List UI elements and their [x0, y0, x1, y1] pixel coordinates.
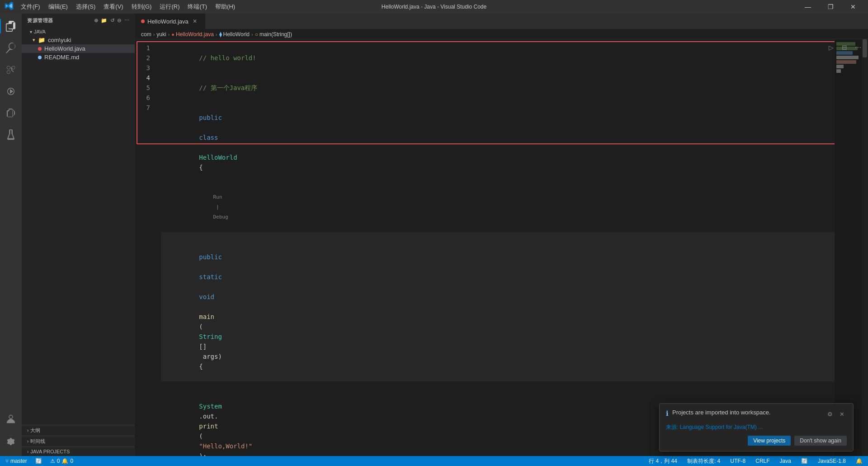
sync-status[interactable]: 🔄: [33, 458, 44, 464]
language-status[interactable]: Java: [778, 458, 793, 464]
ws-2: [199, 144, 203, 151]
class-name: HelloWorld: [199, 154, 237, 161]
dont-show-again-button[interactable]: Don't show again: [794, 436, 847, 446]
breadcrumb-class[interactable]: ⧫ HelloWorld: [219, 31, 250, 38]
code-line-3: public class HelloWorld {: [161, 103, 835, 182]
menu-select[interactable]: 选择(S): [72, 2, 99, 12]
breadcrumb-method[interactable]: ○ main(String[]): [255, 31, 292, 38]
explorer-activity-icon[interactable]: [0, 15, 22, 37]
breadcrumb-file[interactable]: ● HelloWorld.java: [171, 31, 213, 38]
editor-content[interactable]: 1 2 3 4 5 6 7 // hello world! // 第一个Java…: [135, 39, 868, 456]
helloworld-java-item[interactable]: HelloWorld.java: [22, 44, 135, 53]
editor-toolbar: ▷ ⊟ ⋯: [821, 39, 868, 56]
maximize-button[interactable]: ❐: [820, 0, 841, 14]
breadcrumb-class-label: HelloWorld: [223, 31, 250, 38]
java-projects-section[interactable]: › JAVA PROJECTS: [22, 447, 135, 456]
tab-error-dot: [141, 19, 145, 23]
view-projects-button[interactable]: View projects: [748, 436, 791, 446]
breadcrumb-sep-1: ›: [153, 32, 155, 37]
menu-goto[interactable]: 转到(G): [128, 2, 156, 12]
readme-item[interactable]: README.md: [22, 53, 135, 62]
line-numbers: 1 2 3 4 5 6 7: [135, 39, 157, 456]
run-toolbar-button[interactable]: ▷: [825, 41, 837, 54]
com-yuki-folder-item[interactable]: ▾ 📁 com\yuki: [22, 36, 135, 44]
extensions-activity-icon[interactable]: [0, 102, 22, 124]
tab-close-button[interactable]: ✕: [191, 18, 198, 25]
test-activity-icon[interactable]: [0, 124, 22, 146]
new-folder-icon[interactable]: 📁: [101, 18, 108, 24]
system-class: System: [199, 403, 222, 410]
git-branch-name: master: [10, 458, 27, 464]
menu-run[interactable]: 运行(R): [156, 2, 183, 12]
refresh-icon[interactable]: ↺: [110, 18, 115, 24]
breadcrumb-sep-3: ›: [216, 32, 217, 37]
notification-close-button[interactable]: ✕: [837, 409, 847, 419]
editor-area: HelloWorld.java ✕ com › yuki › ● HelloWo…: [135, 14, 868, 456]
encoding-status[interactable]: UTF-8: [728, 458, 747, 464]
string-literal: "Hello,World!": [199, 442, 252, 450]
java-version-status[interactable]: JavaSE-1.8: [816, 458, 848, 464]
outline-section[interactable]: › 大纲: [22, 425, 135, 436]
source-control-activity-icon[interactable]: [0, 59, 22, 81]
notification-source-link[interactable]: Language Support for Java(TM) ...: [680, 424, 763, 430]
kw-public: public: [199, 114, 222, 121]
java-chevron: ▾: [30, 29, 32, 34]
cursor-position-label: 行 4，列 44: [649, 457, 677, 465]
helloworld-tab[interactable]: HelloWorld.java ✕: [135, 14, 205, 29]
status-bar-right: 行 4，列 44 制表符长度: 4 UTF-8 CRLF Java 🔄 Java…: [647, 457, 864, 465]
breadcrumb-com[interactable]: com: [141, 31, 151, 38]
notification-settings-button[interactable]: ⚙: [825, 409, 835, 419]
type-string: String: [199, 333, 222, 340]
folder-icon: 📁: [38, 37, 45, 43]
account-activity-icon[interactable]: [0, 408, 22, 430]
breadcrumb-sep-4: ›: [251, 32, 253, 37]
line-ending-status[interactable]: CRLF: [754, 458, 771, 464]
error-indicator: [38, 47, 42, 51]
debug-codelens[interactable]: Debug: [213, 214, 228, 220]
line-num-4: 4: [135, 73, 150, 83]
settings-activity-icon[interactable]: [0, 431, 22, 452]
code-editor[interactable]: // hello world! // 第一个Java程序 public clas…: [157, 39, 835, 456]
menu-edit[interactable]: 编辑(E): [45, 2, 71, 12]
minimize-button[interactable]: —: [797, 0, 818, 14]
notification-source-label: 来源:: [666, 424, 680, 430]
search-activity-icon[interactable]: [0, 37, 22, 59]
tabs-bar: HelloWorld.java ✕: [135, 14, 868, 29]
more-actions-button[interactable]: ⋯: [852, 41, 864, 54]
split-editor-button[interactable]: ⊟: [838, 41, 851, 54]
git-branch-icon: ⑂: [5, 458, 9, 464]
java-section-label: JAVA: [34, 29, 46, 34]
comment-1: // hello world!: [199, 54, 256, 62]
run-codelens[interactable]: Run: [213, 194, 222, 200]
refresh-status[interactable]: 🔄: [799, 458, 810, 464]
menu-file[interactable]: 文件(F): [17, 2, 44, 12]
tab-size-status[interactable]: 制表符长度: 4: [685, 457, 722, 465]
breadcrumb-yuki-label: yuki: [156, 31, 166, 38]
breadcrumb-class-icon: ⧫: [219, 31, 222, 38]
tab-size-label: 制表符长度: 4: [687, 457, 720, 465]
method-main: main: [199, 313, 214, 320]
activity-bar-bottom: [0, 408, 22, 456]
info-indicator: [38, 56, 42, 59]
line-num-6: 6: [135, 93, 150, 103]
notifications-status[interactable]: 🔔: [854, 458, 864, 464]
scrollbar-vertical[interactable]: [862, 39, 868, 456]
run-activity-icon[interactable]: [0, 81, 22, 102]
breadcrumb-yuki[interactable]: yuki: [156, 31, 166, 38]
menu-help[interactable]: 帮助(H): [212, 2, 239, 12]
menu-view[interactable]: 查看(V): [100, 2, 127, 12]
new-file-icon[interactable]: ⊕: [94, 18, 99, 24]
errors-status[interactable]: ⚠ 0 🔔 0: [48, 458, 75, 464]
notification-header: ℹ Projects are imported into workspace. …: [666, 409, 847, 419]
timeline-section[interactable]: › 时间线: [22, 436, 135, 447]
git-branch-status[interactable]: ⑂ master: [4, 458, 29, 464]
java-section[interactable]: ▾ JAVA: [22, 28, 135, 36]
bell-icon: 🔔: [61, 458, 68, 464]
menu-terminal[interactable]: 终端(T): [184, 2, 211, 12]
collapse-all-icon[interactable]: ⊝: [117, 18, 122, 24]
cursor-position-status[interactable]: 行 4，列 44: [647, 457, 679, 465]
line-ending-label: CRLF: [755, 458, 769, 464]
kw-class: class: [199, 134, 218, 141]
close-button[interactable]: ✕: [843, 0, 863, 14]
more-options-icon[interactable]: ⋯: [124, 18, 130, 24]
